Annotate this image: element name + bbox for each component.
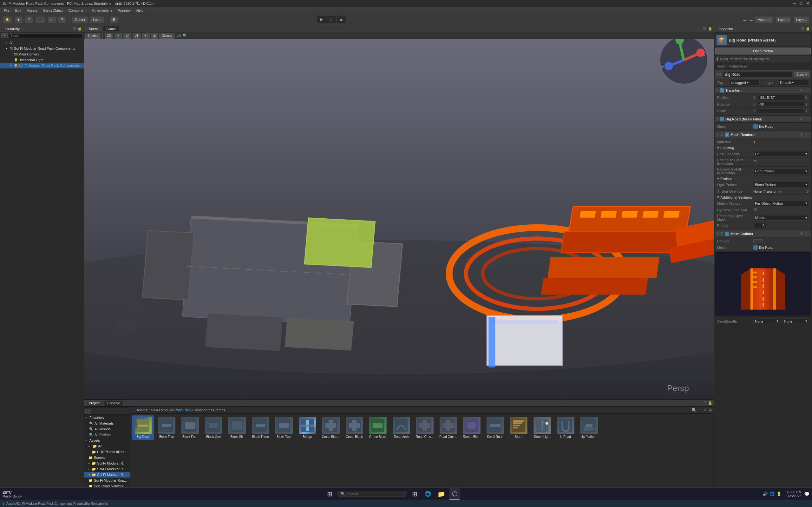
- snap-button[interactable]: ⊞: [109, 16, 118, 23]
- hier-pack-components[interactable]: ▾ 📦 Sci-Fi Modular Road Pack Components: [0, 63, 84, 68]
- mesh-filter-menu[interactable]: ⋮: [804, 117, 809, 122]
- hier-all[interactable]: ▸ All: [0, 40, 84, 46]
- unity-services-icon[interactable]: ☁: [749, 17, 753, 22]
- mesh-filter-header[interactable]: ▾ ⬡ Big Road (Mesh Filter) ⚙ ⋮: [715, 116, 811, 123]
- game-tab[interactable]: Game: [103, 26, 119, 32]
- menu-edit[interactable]: Edit: [13, 8, 24, 13]
- pause-button[interactable]: ⏸: [326, 16, 337, 23]
- local-button[interactable]: Local: [90, 16, 104, 23]
- asset-cross-block[interactable]: Cross Block: [343, 415, 365, 440]
- mesh-filter-gear[interactable]: ⚙: [800, 117, 803, 121]
- convex-checkbox[interactable]: [753, 239, 763, 243]
- asset-small-road[interactable]: Small Road: [484, 415, 506, 440]
- light-probes-dropdown[interactable]: Blend Probes ▾: [753, 182, 809, 187]
- close-button[interactable]: ✕: [806, 1, 809, 6]
- notification-icon[interactable]: 💬: [804, 492, 809, 497]
- asset-block-six[interactable]: Block Six: [226, 415, 248, 440]
- hier-main-camera[interactable]: 📷 Main Camera: [0, 51, 84, 57]
- sidebar-road-pack-2[interactable]: ▸ 📁 Sci-Fi Modular Road Pack C: [84, 466, 130, 472]
- asset-block-five[interactable]: Block Five: [155, 415, 177, 440]
- asset-street-lig[interactable]: Street Lig...: [531, 415, 553, 440]
- add-gameobject-button[interactable]: +: [1, 33, 8, 38]
- menu-cinemachine[interactable]: Cinemachine: [90, 8, 115, 13]
- inspector-lock[interactable]: 🔒: [806, 26, 810, 31]
- rect-tool[interactable]: ▭: [47, 16, 56, 23]
- console-tab[interactable]: Console: [104, 400, 123, 406]
- dynamic-occlusion-checkbox[interactable]: ☑: [753, 208, 757, 212]
- search-icon[interactable]: 🔍: [183, 34, 187, 38]
- asset-round-blo[interactable]: Round Blo...: [461, 415, 483, 440]
- rot-x[interactable]: [758, 102, 804, 107]
- mesh-renderer-active[interactable]: ☑: [720, 132, 723, 137]
- mesh-renderer-header[interactable]: ▾ ☑ ▦ Mesh Renderer ⚙ ⋮: [715, 131, 811, 138]
- asset-bridge[interactable]: Bridge: [296, 415, 318, 440]
- sidebar-art[interactable]: ▸ 📁 Art: [84, 443, 130, 449]
- taskbar-unity-icon[interactable]: ⬡: [449, 488, 460, 500]
- menu-help[interactable]: Help: [134, 8, 146, 13]
- scene-lock[interactable]: 🔒: [708, 26, 712, 31]
- probes-subsection[interactable]: ▾ Probes: [715, 176, 811, 181]
- menu-assets[interactable]: Assets: [24, 8, 40, 13]
- cast-shadows-dropdown[interactable]: On ▾: [753, 151, 809, 157]
- asset-block-two[interactable]: Block Two: [273, 415, 295, 440]
- unity-collab-icon[interactable]: ☁: [742, 17, 747, 22]
- mesh-collider-active[interactable]: ☑: [720, 231, 723, 236]
- asset-green-block[interactable]: Green Block: [367, 415, 389, 440]
- search-icon[interactable]: 🔍: [692, 407, 697, 412]
- transform-header[interactable]: ▾ ⇔ Transform ⚙ ⋮: [715, 87, 811, 94]
- tag-dropdown[interactable]: Untagged ▾: [729, 80, 760, 85]
- asset-bundle-dropdown[interactable]: None ▾: [753, 319, 780, 324]
- sidebar-road-pack-3[interactable]: ▾ 📂 Sci-Fi Modular Road Pack C: [84, 472, 130, 477]
- sidebar-road-pack-4[interactable]: 📁 Sci-Fi Modular Road Pack C: [84, 477, 130, 483]
- receive-gi-dropdown[interactable]: Light Probes ▾: [753, 169, 809, 174]
- layout-button[interactable]: Layout: [793, 16, 809, 23]
- step-button[interactable]: ⏭: [337, 16, 346, 23]
- open-prefab-button[interactable]: Open Prefab: [715, 48, 811, 55]
- account-button[interactable]: Account: [755, 16, 773, 23]
- transform-menu[interactable]: ⋮: [804, 88, 809, 93]
- asset-u-road[interactable]: U Road: [554, 415, 577, 440]
- tray-icon-2[interactable]: 🌐: [769, 492, 774, 496]
- gizmos-button[interactable]: Gizmos: [159, 33, 174, 39]
- asset-block-one[interactable]: Block One: [202, 415, 224, 440]
- assets-settings[interactable]: ⚙: [704, 408, 707, 412]
- additional-settings-subsection[interactable]: ▾ Additional Settings: [715, 194, 811, 200]
- clock[interactable]: 10:08 PM 11/25/2023: [784, 490, 802, 498]
- hierarchy-tab[interactable]: Hierarchy: [2, 26, 22, 32]
- hierarchy-menu[interactable]: ☰: [73, 26, 76, 31]
- sidebar-all-materials[interactable]: 🔍 All Materials: [84, 420, 130, 426]
- 2d-button[interactable]: 2D: [105, 33, 113, 39]
- pos-y[interactable]: [810, 95, 811, 100]
- asset-block-four[interactable]: Block Four: [179, 415, 201, 440]
- project-panel-menu[interactable]: ☰: [704, 401, 707, 405]
- mesh-renderer-menu[interactable]: ⋮: [804, 132, 809, 137]
- rotate-tool[interactable]: ↺: [25, 16, 33, 23]
- sidebar-road-pack-1[interactable]: ▸ 📁 Sci-Fi Modular Road Pack C: [84, 460, 130, 466]
- lighting-button[interactable]: ☀: [114, 33, 122, 39]
- inspector-menu[interactable]: ☰: [801, 26, 804, 31]
- rot-y[interactable]: [810, 102, 811, 107]
- taskbar-search-input[interactable]: [347, 492, 403, 496]
- menu-component[interactable]: Component: [66, 8, 89, 13]
- mesh-collider-menu[interactable]: ⋮: [804, 231, 809, 236]
- fx-button[interactable]: ✨: [133, 33, 141, 39]
- lighting-subsection[interactable]: ▾ Lighting: [715, 145, 811, 151]
- menu-file[interactable]: File: [1, 8, 12, 13]
- breadcrumb-assets[interactable]: Assets: [137, 408, 147, 412]
- project-tab[interactable]: Project: [85, 400, 103, 406]
- asset-cross-bloc-1[interactable]: Cross Bloc...: [320, 415, 342, 440]
- tray-icon-3[interactable]: 🔋: [776, 492, 781, 496]
- start-button[interactable]: ⊞: [324, 488, 335, 500]
- scale-y[interactable]: [810, 108, 811, 113]
- pos-x[interactable]: [758, 95, 804, 100]
- sidebar-all-models[interactable]: 🔍 All Models: [84, 426, 130, 432]
- sidebar-scenes[interactable]: 📁 Scenes: [84, 455, 130, 460]
- tray-icon-1[interactable]: 🔊: [763, 492, 768, 496]
- sidebar-assets[interactable]: ▾ Assets: [84, 438, 130, 443]
- mesh-collider-gear[interactable]: ⚙: [800, 232, 803, 236]
- hierarchy-search[interactable]: [9, 33, 83, 38]
- grid-button[interactable]: ⊞: [151, 33, 158, 39]
- menu-gameobject[interactable]: GameObject: [41, 8, 65, 13]
- transform-gear[interactable]: ⚙: [800, 88, 803, 92]
- breadcrumb-prefabs-folder[interactable]: Sci-Fi Modular Road Pack Components Pref…: [151, 408, 225, 412]
